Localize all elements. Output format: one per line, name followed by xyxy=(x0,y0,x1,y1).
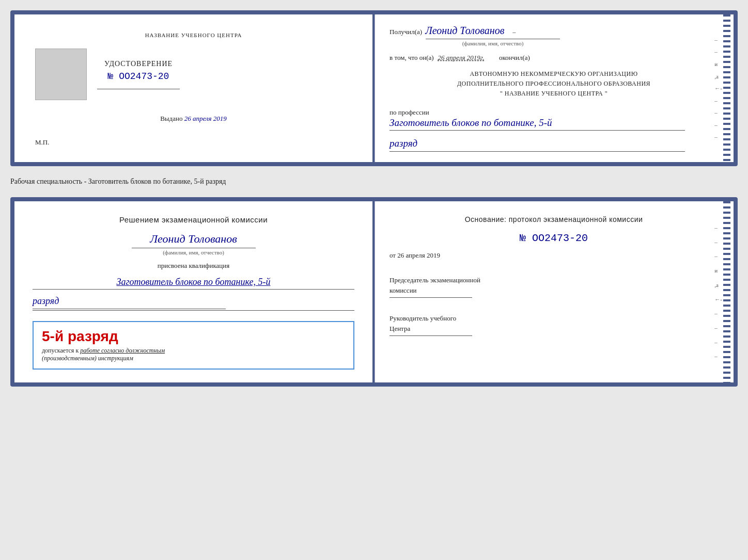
director-title: Руководитель учебного xyxy=(389,313,718,324)
protocol-number: № OO2473-20 xyxy=(389,232,718,244)
top-left-panel: НАЗВАНИЕ УЧЕБНОГО ЦЕНТРА УДОСТОВЕРЕНИЕ №… xyxy=(14,14,374,162)
photo-stamp-area xyxy=(35,49,87,100)
recipient-line: Получил(а) Леонид Толованов – xyxy=(389,25,718,37)
chairman-signature-line xyxy=(389,297,472,298)
specialty-label: Рабочая специальность - Заготовитель бло… xyxy=(10,175,738,188)
page-wrapper: НАЗВАНИЕ УЧЕБНОГО ЦЕНТРА УДОСТОВЕРЕНИЕ №… xyxy=(10,10,738,387)
profession-name: Заготовитель блоков по ботанике, 5-й xyxy=(389,117,718,130)
mp-label: М.П. xyxy=(35,137,352,147)
stamp-box: 5-й разряд допускается к работе согласно… xyxy=(33,321,354,370)
commission-title: Решением экзаменационной комиссии xyxy=(33,214,354,226)
recipient-name: Леонид Толованов xyxy=(425,25,504,37)
chairman-title: Председатель экзаменационной xyxy=(389,275,718,285)
fio-label: (фамилия, имя, отчество) xyxy=(426,39,560,46)
date-value: 26 апреля 2019г. xyxy=(438,54,485,62)
person-section: Леонид Толованов (фамилия, имя, отчество… xyxy=(33,232,354,255)
fio-label-bottom: (фамилия, имя, отчество) xyxy=(132,248,256,255)
from-date-line: от 26 апреля 2019 xyxy=(389,251,718,260)
rank-value: разряд xyxy=(389,138,685,152)
person-name: Леонид Толованов xyxy=(150,232,237,246)
chairman-section: Председатель экзаменационной комиссии xyxy=(389,275,718,298)
stamp-rank: 5-й разряд xyxy=(42,328,345,345)
profession-section: по профессии Заготовитель блоков по бота… xyxy=(389,108,718,131)
qual-rank: разряд xyxy=(33,296,226,309)
date-line: в том, что он(а) 26 апреля 2019г. окончи… xyxy=(389,54,718,62)
issued-date: 26 апреля 2019 xyxy=(184,115,227,122)
top-document-card: НАЗВАНИЕ УЧЕБНОГО ЦЕНТРА УДОСТОВЕРЕНИЕ №… xyxy=(10,10,738,166)
org-block: АВТОНОМНУЮ НЕКОММЕРЧЕСКУЮ ОРГАНИЗАЦИЮ ДО… xyxy=(389,69,718,99)
allowed-text: допускается к работе согласно должностны… xyxy=(42,347,345,355)
side-decorations: – – и ,а ←- – – – – xyxy=(714,35,722,141)
director-title2: Центра xyxy=(389,324,718,334)
instructions-text: (производственным) инструкциям xyxy=(42,355,345,362)
bottom-left-panel: Решением экзаменационной комиссии Леонид… xyxy=(14,201,374,382)
top-right-panel: Получил(а) Леонид Толованов – (фамилия, … xyxy=(374,14,734,162)
recipient-section: Получил(а) Леонид Толованов – (фамилия, … xyxy=(389,25,718,46)
cert-number: № OO2473-20 xyxy=(108,71,169,82)
qual-profession: Заготовитель блоков по ботанике, 5-й xyxy=(33,276,354,288)
osnov-label: Основание: протокол экзаменационной коми… xyxy=(389,214,718,225)
director-section: Руководитель учебного Центра xyxy=(389,313,718,336)
bottom-side-decorations: – – – и ,а ←- – – – – xyxy=(714,222,722,362)
director-signature-line xyxy=(389,335,472,336)
qual-rank-section: разряд xyxy=(33,296,354,311)
bottom-right-panel: Основание: протокол экзаменационной коми… xyxy=(374,201,734,382)
assigned-label: присвоена квалификация xyxy=(33,262,354,270)
chairman-title2: комиссии xyxy=(389,285,718,296)
cert-title: УДОСТОВЕРЕНИЕ xyxy=(104,60,173,68)
qual-profession-section: Заготовитель блоков по ботанике, 5-й xyxy=(33,276,354,290)
school-name-label: НАЗВАНИЕ УЧЕБНОГО ЦЕНТРА xyxy=(145,32,242,38)
bottom-document-card: Решением экзаменационной комиссии Леонид… xyxy=(10,197,738,387)
school-name-top: НАЗВАНИЕ УЧЕБНОГО ЦЕНТРА xyxy=(145,30,242,39)
rank-section: разряд xyxy=(389,138,718,152)
issued-line: Выдано 26 апреля 2019 xyxy=(160,115,227,122)
